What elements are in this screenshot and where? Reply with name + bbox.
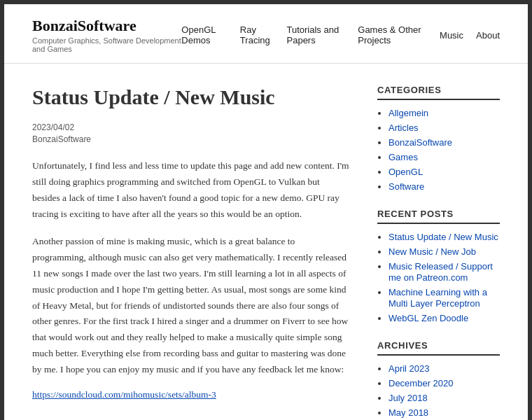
categories-list: AllgemeinArticlesBonzaiSoftwareGamesOpen… [377, 107, 500, 192]
recent-post-item: Machine Learning with a Multi Layer Perc… [388, 286, 500, 309]
archive-link[interactable]: April 2023 [388, 363, 430, 374]
category-link[interactable]: BonzaiSoftware [388, 137, 452, 148]
brand: BonzaiSoftware Computer Graphics, Softwa… [32, 17, 181, 53]
nav-link-ray-tracing[interactable]: Ray Tracing [240, 24, 274, 46]
recent-post-item: WebGL Zen Doodle [388, 312, 500, 323]
category-item: OpenGL [388, 166, 500, 177]
category-link[interactable]: Articles [388, 122, 419, 133]
archive-item: May 2018 [388, 407, 500, 418]
archive-link[interactable]: December 2020 [388, 378, 454, 388]
category-item: Games [388, 151, 500, 162]
categories-title: CATEGORIES [377, 85, 500, 100]
category-link[interactable]: Games [388, 152, 418, 162]
sidebar-recent-posts: RECENT POSTS Status Update / New MusicNe… [377, 209, 500, 323]
nav-link-tutorials-and-papers[interactable]: Tutorials and Papers [287, 24, 346, 46]
sidebar-categories: CATEGORIES AllgemeinArticlesBonzaiSoftwa… [377, 85, 500, 192]
recent-posts-list: Status Update / New MusicNew Music / New… [377, 231, 500, 323]
nav-link-games--other-projects[interactable]: Games & Other Projects [358, 24, 427, 46]
post-link[interactable]: https://soundcloud.com/mihomusic/sets/al… [32, 389, 216, 400]
post-date: 2023/04/02 [32, 122, 349, 132]
recent-post-link[interactable]: Status Update / New Music [388, 232, 498, 242]
category-item: Allgemein [388, 107, 500, 118]
archives-list: April 2023December 2020July 2018May 2018… [377, 363, 500, 420]
brand-title[interactable]: BonzaiSoftware [32, 17, 181, 35]
post-author: BonzaiSoftware [32, 134, 349, 144]
archive-link[interactable]: July 2018 [388, 393, 428, 403]
sidebar: CATEGORIES AllgemeinArticlesBonzaiSoftwa… [377, 85, 500, 420]
recent-post-link[interactable]: Music Released / Support me on Patreon.c… [388, 261, 493, 283]
recent-posts-title: RECENT POSTS [377, 209, 500, 224]
archive-item: April 2023 [388, 363, 500, 374]
nav-link-opengl-demos[interactable]: OpenGL Demos [181, 24, 227, 46]
category-link[interactable]: OpenGL [388, 167, 423, 177]
post-meta: 2023/04/02 BonzaiSoftware [32, 122, 349, 144]
category-item: Software [388, 181, 500, 192]
sidebar-archives: ARCHIVES April 2023December 2020July 201… [377, 340, 500, 420]
recent-post-item: New Music / New Job [388, 246, 500, 257]
nav-link-about[interactable]: About [476, 30, 500, 41]
archive-link[interactable]: May 2018 [388, 407, 428, 418]
recent-post-link[interactable]: Machine Learning with a Multi Layer Perc… [388, 287, 487, 309]
category-link[interactable]: Allgemein [388, 108, 428, 118]
post-paragraph: Another passion of mine is making music,… [32, 234, 349, 378]
recent-post-link[interactable]: WebGL Zen Doodle [388, 313, 468, 323]
archive-item: December 2020 [388, 377, 500, 388]
category-item: Articles [388, 122, 500, 133]
recent-post-item: Music Released / Support me on Patreon.c… [388, 260, 500, 283]
category-item: BonzaiSoftware [388, 136, 500, 148]
nav-link-music[interactable]: Music [440, 30, 463, 41]
category-link[interactable]: Software [388, 181, 424, 192]
main-content: Status Update / New Music 2023/04/02 Bon… [32, 85, 349, 420]
post-body: Unfortunately, I find less and less time… [32, 158, 349, 400]
post-title: Status Update / New Music [32, 85, 349, 110]
archive-item: July 2018 [388, 392, 500, 403]
main-nav: OpenGL DemosRay TracingTutorials and Pap… [181, 24, 500, 46]
recent-post-item: Status Update / New Music [388, 231, 500, 242]
archives-title: ARCHIVES [377, 340, 500, 356]
post-paragraph: Unfortunately, I find less and less time… [32, 158, 349, 223]
brand-tagline: Computer Graphics, Software Development … [32, 36, 181, 53]
recent-post-link[interactable]: New Music / New Job [388, 246, 476, 257]
